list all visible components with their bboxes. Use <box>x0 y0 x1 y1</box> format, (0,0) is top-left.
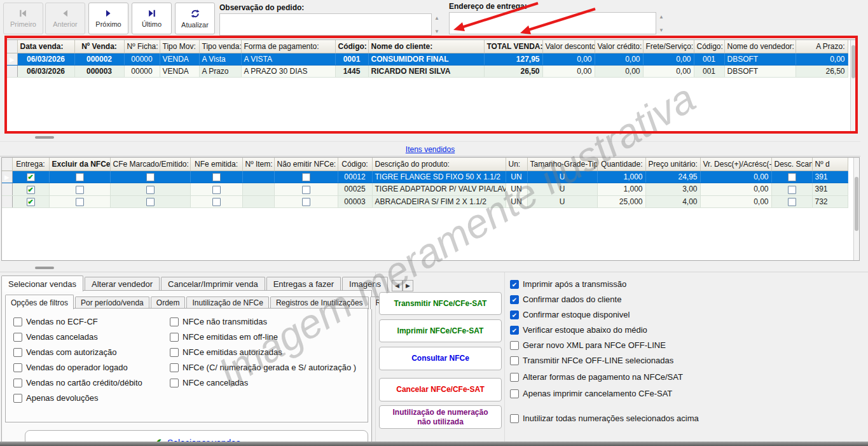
excluir-nfce-checkbox[interactable] <box>76 186 84 194</box>
vendas-operador-logado-checkbox[interactable] <box>13 363 22 372</box>
vendas-com-autorizacao-checkbox[interactable] <box>13 348 22 357</box>
table-cell[interactable]: CONSUMIDOR FINAL <box>368 53 484 66</box>
table-cell[interactable]: 0,00 <box>542 53 595 66</box>
table-cell[interactable]: 00012 <box>338 171 372 183</box>
verificar-estoque-medio-checkbox[interactable] <box>510 326 519 335</box>
items-sold-link[interactable]: Itens vendidos <box>406 145 455 154</box>
filter-checkbox-row[interactable]: NFCe emitidas autorizadas <box>170 347 356 358</box>
nfce-offline-checkbox[interactable] <box>170 333 179 342</box>
column-header[interactable]: Tipo venda: <box>199 40 241 53</box>
nfce-canceladas-checkbox[interactable] <box>170 379 179 387</box>
table-cell[interactable]: 732 <box>812 195 848 207</box>
desc-scann-checkbox[interactable] <box>788 173 796 181</box>
gerar-xml-offline-checkbox[interactable] <box>510 341 519 350</box>
column-header[interactable]: Tamanho-Grade-Tipo: <box>527 158 597 171</box>
cancelar-nfce-button[interactable]: Cancelar NFCe/CFe-SAT <box>379 378 502 401</box>
table-cell[interactable] <box>242 171 274 183</box>
cfe-marcado-checkbox[interactable] <box>146 198 155 206</box>
column-header[interactable]: Quantidade: <box>597 158 645 171</box>
tab-scroll-right-icon[interactable]: ▶ <box>403 280 413 291</box>
table-row[interactable]: 00012 TIGRE FLANGE SD FIXO 50 X 1.1/2 UN… <box>2 171 848 183</box>
column-header[interactable]: Nº d <box>812 158 848 171</box>
order-observation-textarea[interactable] <box>219 13 432 36</box>
table-cell[interactable]: 1445 <box>335 66 368 78</box>
nfce-autorizadas-checkbox[interactable] <box>170 348 179 357</box>
table-cell[interactable]: 1,000 <box>597 171 645 183</box>
table-cell[interactable]: 06/03/2026 <box>17 53 74 66</box>
option-checkbox-row[interactable]: Apenas imprimir cancelamento CFe-SAT <box>510 388 699 399</box>
column-header[interactable]: Nº Venda: <box>74 40 124 53</box>
tab-alterar-vendedor[interactable]: Alterar vendedor <box>85 277 160 291</box>
column-header[interactable]: Descrição do produto: <box>372 158 506 171</box>
table-row[interactable]: 00025 TIGRE ADAPTADOR P/ VALV PIA/LAVAT … <box>2 183 848 195</box>
table-cell[interactable]: A Vista <box>199 53 241 66</box>
table-cell[interactable]: 0001 <box>335 53 368 66</box>
table-cell[interactable]: TIGRE ADAPTADOR P/ VALV PIA/LAVAT 40 <box>372 183 506 195</box>
option-checkbox-row[interactable]: Transmitir NFCe OFF-LINE selecionadas <box>510 355 699 366</box>
filter-checkbox-row[interactable]: Vendas no ECF-CF <box>13 316 142 327</box>
vendas-cartao-checkbox[interactable] <box>13 379 22 387</box>
column-header[interactable]: Tipo Mov: <box>160 40 199 53</box>
option-checkbox-row[interactable]: Inutilizar todas numerações selecionados… <box>510 413 699 424</box>
table-cell[interactable]: 1,000 <box>597 183 645 195</box>
tab-scroll-left-icon[interactable]: ◀ <box>392 280 403 291</box>
table-cell[interactable]: UN <box>506 171 527 183</box>
inutilizar-todas-numeracoes-checkbox[interactable] <box>510 414 519 423</box>
table-cell[interactable]: 0,00 <box>595 66 643 78</box>
tab-selecionar-vendas[interactable]: Selecionar vendas <box>1 275 83 291</box>
column-header[interactable]: Forma de pagamento: <box>241 40 335 53</box>
entrega-checkbox[interactable] <box>27 173 35 181</box>
filter-checkbox-row[interactable]: Apenas devoluções <box>13 393 142 403</box>
tab-inutilizacao-de-nfce[interactable]: Inutilização de NFCe <box>186 296 268 309</box>
splitter-handle[interactable] <box>35 267 54 269</box>
option-checkbox-row[interactable]: Verificar estoque abaixo do médio <box>510 324 699 335</box>
address-scroll-down-icon[interactable]: ▼ <box>658 27 665 33</box>
filter-checkbox-row[interactable]: Vendas do operador logado <box>13 362 142 373</box>
transmitir-offline-selecionadas-checkbox[interactable] <box>510 356 519 365</box>
table-cell[interactable]: 127,95 <box>484 53 542 66</box>
observation-scroll-up-icon[interactable]: ▲ <box>433 15 441 21</box>
observation-scroll-down-icon[interactable]: ▼ <box>433 29 441 34</box>
nfce-numeracao-gerada-checkbox[interactable] <box>170 363 179 372</box>
tab-imagens[interactable]: Imagens <box>342 277 388 291</box>
nao-emitir-nfce-checkbox[interactable] <box>302 186 310 194</box>
vendas-canceladas-checkbox[interactable] <box>13 333 22 342</box>
column-header[interactable]: Valor desconto: <box>542 40 595 53</box>
column-header[interactable]: Nome do cliente: <box>368 40 484 53</box>
apenas-devolucoes-checkbox[interactable] <box>13 394 22 403</box>
table-cell[interactable]: VENDA <box>160 66 199 78</box>
tab-opcoes-de-filtros[interactable]: Opções de filtros <box>5 295 74 309</box>
table-cell[interactable]: 26,50 <box>796 66 848 78</box>
table-cell[interactable]: U <box>527 171 597 183</box>
table-cell[interactable]: 0,00 <box>643 66 694 78</box>
column-header[interactable]: Nº Ficha: <box>124 40 160 53</box>
nfce-nao-transmitidas-checkbox[interactable] <box>170 317 179 326</box>
table-cell[interactable]: 3,00 <box>645 183 700 195</box>
table-cell[interactable]: 000002 <box>74 53 124 66</box>
table-cell[interactable]: 0,00 <box>700 195 771 207</box>
column-header[interactable]: Código: <box>335 40 368 53</box>
filter-checkbox-row[interactable]: NFCe não transmitidas <box>170 316 356 327</box>
table-cell[interactable]: VENDA <box>160 53 199 66</box>
table-row[interactable]: 06/03/2026 000002 00000 VENDA A Vista A … <box>7 53 848 66</box>
table-cell[interactable]: ABRACADEIRA S/ FIM 2 X 1.1/2 <box>372 195 506 207</box>
desc-scann-checkbox[interactable] <box>788 198 796 206</box>
column-header[interactable]: Excluir da NFCe: <box>49 158 110 171</box>
table-cell[interactable]: 26,50 <box>484 66 542 78</box>
table-cell[interactable]: U <box>527 183 597 195</box>
table-cell[interactable]: 24,95 <box>645 171 700 183</box>
tab-ordem[interactable]: Ordem <box>151 296 186 309</box>
sales-grid-scrollbar[interactable] <box>850 40 856 132</box>
delivery-address-textarea[interactable] <box>449 12 656 34</box>
table-cell[interactable]: 25,000 <box>597 195 645 207</box>
transmitir-nfce-button[interactable]: Transmitir NFCe/CFe-SAT <box>379 292 502 315</box>
table-row[interactable]: 00003 ABRACADEIRA S/ FIM 2 X 1.1/2 UN U … <box>2 195 848 207</box>
table-cell[interactable]: 00000 <box>124 53 160 66</box>
table-cell[interactable]: 001 <box>694 66 724 78</box>
table-cell[interactable]: 001 <box>694 53 724 66</box>
nfe-emitida-checkbox[interactable] <box>212 173 221 181</box>
column-header[interactable]: Código: <box>694 40 724 53</box>
splitter-handle[interactable] <box>35 136 54 139</box>
refresh-button[interactable]: Atualizar <box>175 3 215 34</box>
column-header[interactable]: Un: <box>506 158 527 171</box>
